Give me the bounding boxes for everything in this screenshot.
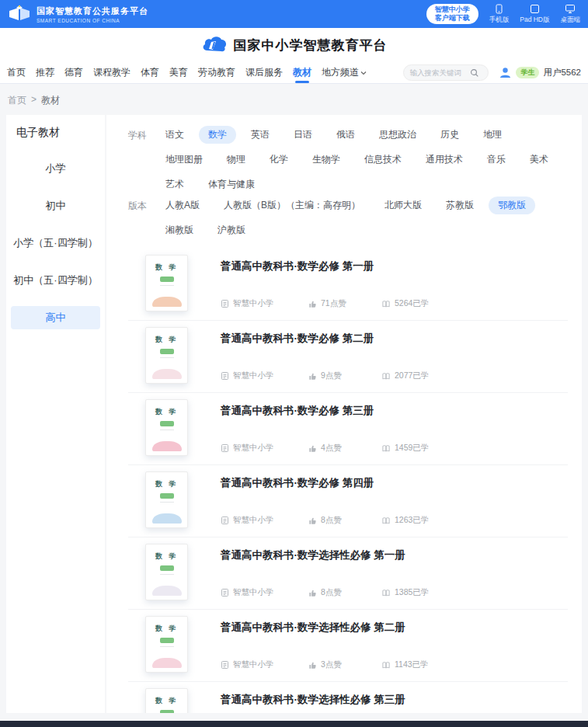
subject-chinese[interactable]: 语文 bbox=[156, 126, 193, 144]
version-bnu[interactable]: 北师大版 bbox=[375, 197, 431, 214]
subject-fine-arts[interactable]: 美术 bbox=[520, 151, 558, 169]
subject-english[interactable]: 英语 bbox=[242, 126, 279, 144]
book-title[interactable]: 普通高中教科书·数学必修 第四册 bbox=[221, 476, 568, 490]
publisher-meta: 智慧中小学 bbox=[221, 515, 308, 526]
book-title[interactable]: 普通高中教科书·数学必修 第二册 bbox=[221, 332, 568, 346]
avatar bbox=[499, 66, 512, 79]
nav-item-home[interactable]: 首页 bbox=[7, 62, 26, 83]
search-input[interactable] bbox=[409, 68, 470, 77]
version-sujiao[interactable]: 苏教版 bbox=[437, 197, 483, 214]
book-cover[interactable]: 数 学 bbox=[145, 688, 188, 713]
nav-item-textbooks[interactable]: 教材 bbox=[293, 62, 311, 83]
subject-music[interactable]: 音乐 bbox=[478, 151, 515, 169]
nav-item-local-channel[interactable]: 地方频道 bbox=[322, 62, 367, 83]
sidebar-item-junior-54[interactable]: 初中（五·四学制） bbox=[11, 269, 100, 292]
book-cover[interactable]: 数 学 bbox=[145, 544, 188, 600]
book-row-3[interactable]: 数 学 普通高中教科书·数学必修 第三册 智慧中小学 4点赞 1459已学 bbox=[128, 393, 568, 465]
site-title: 国家中小学智慧教育平台 bbox=[234, 37, 388, 54]
publisher-meta: 智慧中小学 bbox=[221, 659, 308, 670]
book-cover[interactable]: 数 学 bbox=[145, 616, 188, 673]
likes-meta: 3点赞 bbox=[308, 659, 381, 670]
book-info: 普通高中教科书·数学必修 第二册 智慧中小学 9点赞 2077已学 bbox=[221, 327, 568, 392]
platform-logo[interactable]: 国家智慧教育公共服务平台 SMART EDUCATION OF CHINA bbox=[8, 5, 148, 23]
subject-physics[interactable]: 物理 bbox=[217, 151, 255, 169]
version-xiangjiao[interactable]: 湘教版 bbox=[156, 221, 203, 239]
subject-arts[interactable]: 艺术 bbox=[156, 176, 193, 193]
phone-icon bbox=[495, 4, 503, 14]
version-pep-a[interactable]: 人教A版 bbox=[156, 197, 209, 214]
desktop-version-link[interactable]: 桌面端 bbox=[561, 4, 581, 25]
client-download-button[interactable]: 智慧中小学 客户端下载 bbox=[426, 4, 478, 25]
sidebar-item-senior[interactable]: 高中 bbox=[11, 306, 100, 329]
subject-japanese[interactable]: 日语 bbox=[284, 126, 322, 144]
user-name: 用户5562 bbox=[543, 67, 581, 78]
learned-meta: 5264已学 bbox=[381, 298, 429, 309]
version-pep-b[interactable]: 人教版（B版）（主编：高存明） bbox=[214, 197, 370, 214]
book-cover[interactable]: 数 学 bbox=[145, 471, 188, 528]
likes-count: 4点赞 bbox=[321, 443, 342, 454]
cover-chip bbox=[160, 349, 174, 354]
subject-history[interactable]: 历史 bbox=[431, 126, 468, 144]
cover-title: 数 学 bbox=[146, 335, 187, 345]
book-title[interactable]: 普通高中教科书·数学选择性必修 第一册 bbox=[221, 548, 568, 562]
version-hujiao[interactable]: 沪教版 bbox=[208, 221, 255, 239]
sidebar-item-primary-54[interactable]: 小学（五·四学制） bbox=[11, 231, 100, 255]
likes-meta: 8点赞 bbox=[308, 587, 381, 598]
book-row-6[interactable]: 数 学 普通高中教科书·数学选择性必修 第二册 智慧中小学 3点赞 1143已学 bbox=[128, 610, 568, 682]
likes-count: 3点赞 bbox=[321, 659, 342, 670]
book-row-1[interactable]: 数 学 普通高中教科书·数学必修 第一册 智慧中小学 71点赞 5264已学 bbox=[128, 249, 568, 321]
pad-hd-version-link[interactable]: Pad HD版 bbox=[520, 4, 549, 25]
publisher-meta: 智慧中小学 bbox=[221, 443, 308, 454]
version-ejiao[interactable]: 鄂教版 bbox=[489, 197, 535, 214]
book-title[interactable]: 普通高中教科书·数学必修 第三册 bbox=[221, 404, 568, 418]
book-row-2[interactable]: 数 学 普通高中教科书·数学必修 第二册 智慧中小学 9点赞 2077已学 bbox=[128, 321, 568, 393]
sidebar-item-primary[interactable]: 小学 bbox=[11, 157, 100, 180]
nav-item-pe[interactable]: 体育 bbox=[141, 62, 159, 83]
user-account[interactable]: 学生 用户5562 bbox=[499, 66, 581, 79]
nav-item-aesthetic[interactable]: 美育 bbox=[169, 62, 188, 83]
top-bar: 国家智慧教育公共服务平台 SMART EDUCATION OF CHINA 智慧… bbox=[0, 0, 588, 28]
search-box[interactable] bbox=[403, 64, 489, 81]
nav-item-moral-education[interactable]: 德育 bbox=[64, 62, 83, 83]
book-row-5[interactable]: 数 学 普通高中教科书·数学选择性必修 第一册 智慧中小学 8点赞 1385已学 bbox=[128, 537, 568, 610]
book-title[interactable]: 普通高中教科书·数学选择性必修 第三册 bbox=[221, 693, 568, 707]
learned-count: 2077已学 bbox=[395, 370, 429, 381]
subject-biology[interactable]: 生物学 bbox=[303, 151, 350, 169]
cover-line bbox=[160, 502, 174, 503]
subject-it[interactable]: 信息技术 bbox=[355, 151, 411, 169]
nav-item-labor-education[interactable]: 劳动教育 bbox=[198, 62, 235, 83]
book-title[interactable]: 普通高中教科书·数学选择性必修 第二册 bbox=[221, 621, 568, 635]
search-icon[interactable] bbox=[470, 68, 479, 78]
book-cover[interactable]: 数 学 bbox=[145, 255, 188, 311]
subject-pe-health[interactable]: 体育与健康 bbox=[199, 176, 264, 193]
breadcrumb-home[interactable]: 首页 bbox=[8, 94, 26, 107]
nav-item-course-teaching[interactable]: 课程教学 bbox=[93, 62, 130, 83]
cover-line bbox=[160, 646, 174, 647]
likes-count: 8点赞 bbox=[321, 515, 342, 526]
footer-bar bbox=[0, 721, 588, 727]
subject-math[interactable]: 数学 bbox=[199, 126, 236, 144]
cover-art bbox=[152, 441, 182, 451]
cover-line bbox=[160, 430, 174, 430]
subject-general-tech[interactable]: 通用技术 bbox=[416, 151, 472, 169]
nav-item-after-school[interactable]: 课后服务 bbox=[245, 62, 283, 83]
main-panel: 学科 语文 数学 英语 日语 俄语 思想政治 历史 地理 地理图册 物理 化学 … bbox=[106, 115, 582, 713]
subject-russian[interactable]: 俄语 bbox=[327, 126, 364, 144]
book-title[interactable]: 普通高中教科书·数学必修 第一册 bbox=[221, 259, 568, 273]
publisher-label: 智慧中小学 bbox=[233, 443, 274, 454]
book-row-7[interactable]: 数 学 普通高中教科书·数学选择性必修 第三册 智慧中小学 6点赞 1345已学 bbox=[128, 682, 568, 713]
cover-chip bbox=[160, 421, 174, 426]
book-cover[interactable]: 数 学 bbox=[145, 327, 188, 384]
book-cover[interactable]: 数 学 bbox=[145, 399, 188, 456]
subject-geography[interactable]: 地理 bbox=[474, 126, 511, 144]
book-row-4[interactable]: 数 学 普通高中教科书·数学必修 第四册 智慧中小学 8点赞 1263已学 bbox=[128, 465, 568, 537]
mobile-version-link[interactable]: 手机版 bbox=[489, 4, 510, 25]
learned-meta: 1459已学 bbox=[381, 443, 429, 454]
sidebar-item-junior[interactable]: 初中 bbox=[11, 194, 100, 217]
book-meta: 智慧中小学 4点赞 1459已学 bbox=[221, 443, 568, 454]
nav-item-recommend[interactable]: 推荐 bbox=[36, 62, 54, 83]
subject-politics[interactable]: 思想政治 bbox=[370, 126, 426, 144]
tablet-icon bbox=[530, 4, 540, 14]
subject-geo-atlas[interactable]: 地理图册 bbox=[156, 151, 212, 169]
subject-chemistry[interactable]: 化学 bbox=[260, 151, 297, 169]
